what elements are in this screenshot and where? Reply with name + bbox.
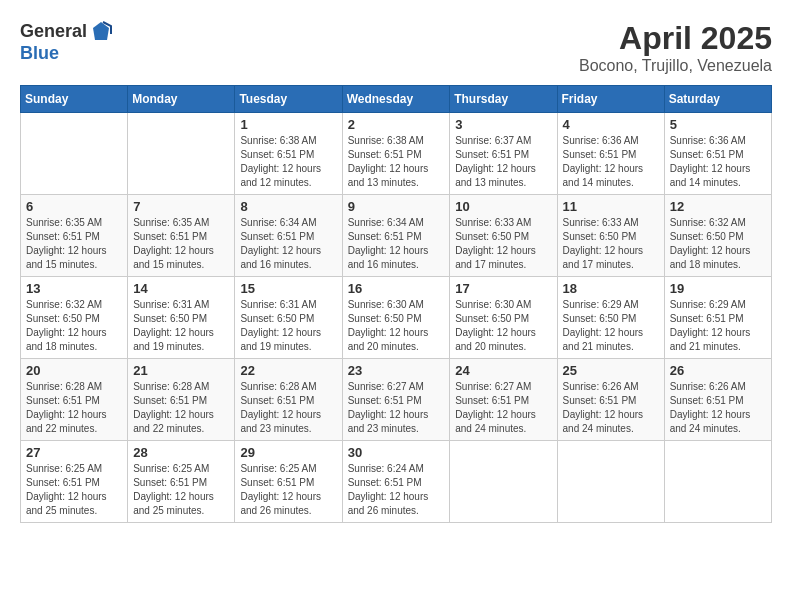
day-number: 8 xyxy=(240,199,336,214)
day-number: 7 xyxy=(133,199,229,214)
weekday-header: Monday xyxy=(128,86,235,113)
calendar-cell: 15Sunrise: 6:31 AMSunset: 6:50 PMDayligh… xyxy=(235,277,342,359)
day-info: Sunrise: 6:25 AMSunset: 6:51 PMDaylight:… xyxy=(26,462,122,518)
calendar-cell: 10Sunrise: 6:33 AMSunset: 6:50 PMDayligh… xyxy=(450,195,557,277)
day-info: Sunrise: 6:32 AMSunset: 6:50 PMDaylight:… xyxy=(26,298,122,354)
day-number: 24 xyxy=(455,363,551,378)
calendar-cell: 24Sunrise: 6:27 AMSunset: 6:51 PMDayligh… xyxy=(450,359,557,441)
day-number: 5 xyxy=(670,117,766,132)
calendar-cell: 18Sunrise: 6:29 AMSunset: 6:50 PMDayligh… xyxy=(557,277,664,359)
calendar-week-row: 20Sunrise: 6:28 AMSunset: 6:51 PMDayligh… xyxy=(21,359,772,441)
calendar-cell: 22Sunrise: 6:28 AMSunset: 6:51 PMDayligh… xyxy=(235,359,342,441)
day-info: Sunrise: 6:35 AMSunset: 6:51 PMDaylight:… xyxy=(26,216,122,272)
page-header: General Blue April 2025 Bocono, Trujillo… xyxy=(20,20,772,75)
weekday-header: Sunday xyxy=(21,86,128,113)
day-info: Sunrise: 6:38 AMSunset: 6:51 PMDaylight:… xyxy=(240,134,336,190)
day-info: Sunrise: 6:26 AMSunset: 6:51 PMDaylight:… xyxy=(670,380,766,436)
day-number: 30 xyxy=(348,445,445,460)
day-info: Sunrise: 6:30 AMSunset: 6:50 PMDaylight:… xyxy=(348,298,445,354)
calendar-cell: 26Sunrise: 6:26 AMSunset: 6:51 PMDayligh… xyxy=(664,359,771,441)
calendar-cell: 11Sunrise: 6:33 AMSunset: 6:50 PMDayligh… xyxy=(557,195,664,277)
weekday-header: Wednesday xyxy=(342,86,450,113)
day-number: 19 xyxy=(670,281,766,296)
day-info: Sunrise: 6:28 AMSunset: 6:51 PMDaylight:… xyxy=(26,380,122,436)
calendar-cell: 29Sunrise: 6:25 AMSunset: 6:51 PMDayligh… xyxy=(235,441,342,523)
day-number: 9 xyxy=(348,199,445,214)
weekday-header: Tuesday xyxy=(235,86,342,113)
calendar-cell: 4Sunrise: 6:36 AMSunset: 6:51 PMDaylight… xyxy=(557,113,664,195)
day-number: 11 xyxy=(563,199,659,214)
day-number: 29 xyxy=(240,445,336,460)
calendar-cell: 13Sunrise: 6:32 AMSunset: 6:50 PMDayligh… xyxy=(21,277,128,359)
calendar-week-row: 6Sunrise: 6:35 AMSunset: 6:51 PMDaylight… xyxy=(21,195,772,277)
calendar-cell: 8Sunrise: 6:34 AMSunset: 6:51 PMDaylight… xyxy=(235,195,342,277)
day-number: 22 xyxy=(240,363,336,378)
calendar-cell: 19Sunrise: 6:29 AMSunset: 6:51 PMDayligh… xyxy=(664,277,771,359)
calendar-cell xyxy=(21,113,128,195)
calendar-cell: 5Sunrise: 6:36 AMSunset: 6:51 PMDaylight… xyxy=(664,113,771,195)
day-info: Sunrise: 6:29 AMSunset: 6:51 PMDaylight:… xyxy=(670,298,766,354)
day-number: 2 xyxy=(348,117,445,132)
day-number: 15 xyxy=(240,281,336,296)
day-info: Sunrise: 6:36 AMSunset: 6:51 PMDaylight:… xyxy=(563,134,659,190)
calendar-cell: 9Sunrise: 6:34 AMSunset: 6:51 PMDaylight… xyxy=(342,195,450,277)
day-number: 1 xyxy=(240,117,336,132)
day-number: 10 xyxy=(455,199,551,214)
logo-general: General xyxy=(20,22,87,42)
day-number: 4 xyxy=(563,117,659,132)
day-info: Sunrise: 6:31 AMSunset: 6:50 PMDaylight:… xyxy=(240,298,336,354)
title-month: April 2025 xyxy=(579,20,772,57)
day-info: Sunrise: 6:32 AMSunset: 6:50 PMDaylight:… xyxy=(670,216,766,272)
title-location: Bocono, Trujillo, Venezuela xyxy=(579,57,772,75)
day-number: 17 xyxy=(455,281,551,296)
day-info: Sunrise: 6:38 AMSunset: 6:51 PMDaylight:… xyxy=(348,134,445,190)
calendar-cell: 17Sunrise: 6:30 AMSunset: 6:50 PMDayligh… xyxy=(450,277,557,359)
day-info: Sunrise: 6:29 AMSunset: 6:50 PMDaylight:… xyxy=(563,298,659,354)
calendar-week-row: 27Sunrise: 6:25 AMSunset: 6:51 PMDayligh… xyxy=(21,441,772,523)
day-info: Sunrise: 6:37 AMSunset: 6:51 PMDaylight:… xyxy=(455,134,551,190)
logo-blue: Blue xyxy=(20,44,113,64)
calendar-cell: 27Sunrise: 6:25 AMSunset: 6:51 PMDayligh… xyxy=(21,441,128,523)
calendar-cell: 3Sunrise: 6:37 AMSunset: 6:51 PMDaylight… xyxy=(450,113,557,195)
calendar-cell xyxy=(450,441,557,523)
day-info: Sunrise: 6:34 AMSunset: 6:51 PMDaylight:… xyxy=(240,216,336,272)
calendar-cell: 28Sunrise: 6:25 AMSunset: 6:51 PMDayligh… xyxy=(128,441,235,523)
logo: General Blue xyxy=(20,20,113,64)
day-info: Sunrise: 6:35 AMSunset: 6:51 PMDaylight:… xyxy=(133,216,229,272)
calendar-cell: 14Sunrise: 6:31 AMSunset: 6:50 PMDayligh… xyxy=(128,277,235,359)
day-number: 25 xyxy=(563,363,659,378)
day-number: 16 xyxy=(348,281,445,296)
calendar-cell: 21Sunrise: 6:28 AMSunset: 6:51 PMDayligh… xyxy=(128,359,235,441)
day-number: 27 xyxy=(26,445,122,460)
day-number: 21 xyxy=(133,363,229,378)
day-info: Sunrise: 6:27 AMSunset: 6:51 PMDaylight:… xyxy=(455,380,551,436)
day-info: Sunrise: 6:26 AMSunset: 6:51 PMDaylight:… xyxy=(563,380,659,436)
day-number: 14 xyxy=(133,281,229,296)
day-number: 3 xyxy=(455,117,551,132)
day-info: Sunrise: 6:33 AMSunset: 6:50 PMDaylight:… xyxy=(455,216,551,272)
day-number: 23 xyxy=(348,363,445,378)
day-info: Sunrise: 6:31 AMSunset: 6:50 PMDaylight:… xyxy=(133,298,229,354)
weekday-header-row: SundayMondayTuesdayWednesdayThursdayFrid… xyxy=(21,86,772,113)
calendar-cell: 7Sunrise: 6:35 AMSunset: 6:51 PMDaylight… xyxy=(128,195,235,277)
day-info: Sunrise: 6:28 AMSunset: 6:51 PMDaylight:… xyxy=(133,380,229,436)
day-number: 26 xyxy=(670,363,766,378)
day-number: 28 xyxy=(133,445,229,460)
weekday-header: Saturday xyxy=(664,86,771,113)
day-info: Sunrise: 6:27 AMSunset: 6:51 PMDaylight:… xyxy=(348,380,445,436)
calendar-cell xyxy=(128,113,235,195)
day-info: Sunrise: 6:36 AMSunset: 6:51 PMDaylight:… xyxy=(670,134,766,190)
day-number: 13 xyxy=(26,281,122,296)
day-number: 20 xyxy=(26,363,122,378)
day-info: Sunrise: 6:28 AMSunset: 6:51 PMDaylight:… xyxy=(240,380,336,436)
day-info: Sunrise: 6:34 AMSunset: 6:51 PMDaylight:… xyxy=(348,216,445,272)
calendar-cell: 20Sunrise: 6:28 AMSunset: 6:51 PMDayligh… xyxy=(21,359,128,441)
title-block: April 2025 Bocono, Trujillo, Venezuela xyxy=(579,20,772,75)
calendar-week-row: 1Sunrise: 6:38 AMSunset: 6:51 PMDaylight… xyxy=(21,113,772,195)
calendar-cell: 23Sunrise: 6:27 AMSunset: 6:51 PMDayligh… xyxy=(342,359,450,441)
weekday-header: Friday xyxy=(557,86,664,113)
calendar-cell xyxy=(557,441,664,523)
logo-icon xyxy=(89,20,113,44)
weekday-header: Thursday xyxy=(450,86,557,113)
calendar-week-row: 13Sunrise: 6:32 AMSunset: 6:50 PMDayligh… xyxy=(21,277,772,359)
